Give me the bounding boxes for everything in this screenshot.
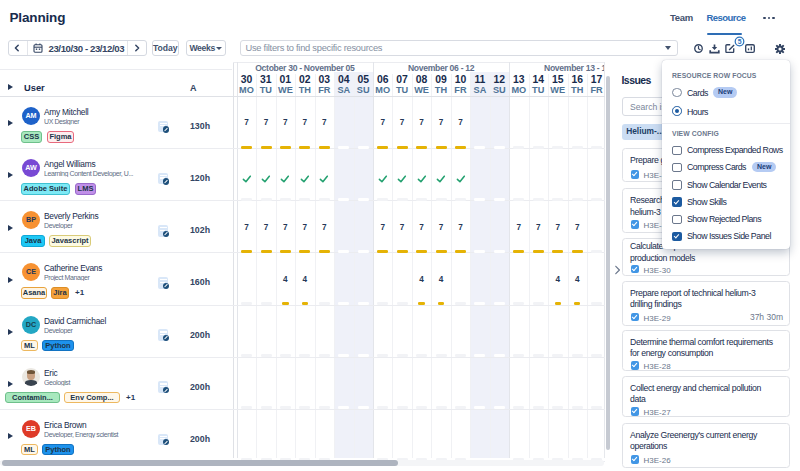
svg-text:5: 5 <box>737 38 741 45</box>
